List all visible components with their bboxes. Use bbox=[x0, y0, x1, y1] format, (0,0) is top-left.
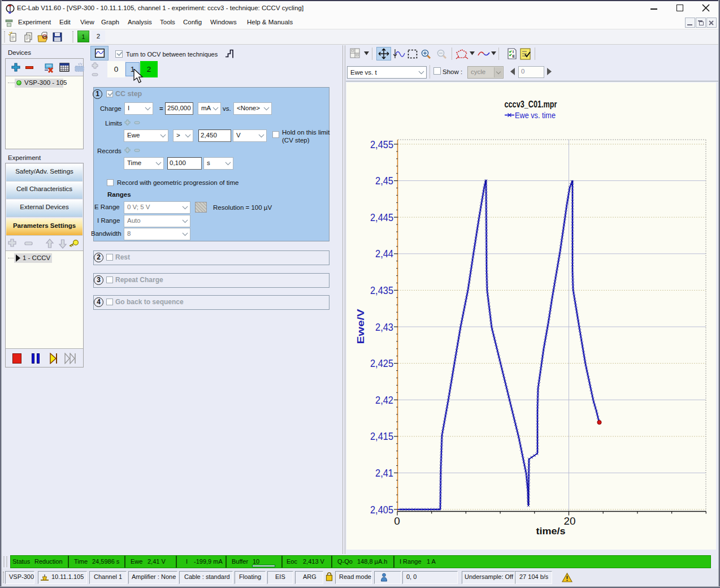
svg-text:2,435: 2,435 bbox=[370, 285, 393, 296]
svg-text:2,42: 2,42 bbox=[375, 395, 393, 406]
svg-text:2,425: 2,425 bbox=[370, 358, 393, 369]
svg-text:2,405: 2,405 bbox=[370, 504, 393, 516]
svg-text:Ewe vs. time: Ewe vs. time bbox=[515, 110, 556, 120]
svg-text:E: E bbox=[513, 54, 515, 58]
svg-text:time/s: time/s bbox=[536, 526, 566, 536]
svg-text:2,445: 2,445 bbox=[370, 212, 393, 223]
svg-text:I: I bbox=[513, 50, 514, 54]
svg-text:2,45: 2,45 bbox=[375, 175, 393, 187]
svg-text:0: 0 bbox=[394, 515, 400, 527]
svg-text:2,44: 2,44 bbox=[375, 248, 393, 260]
svg-text:20: 20 bbox=[564, 515, 576, 527]
svg-text:Ewe/V: Ewe/V bbox=[355, 309, 366, 344]
svg-text:2,41: 2,41 bbox=[375, 468, 393, 479]
svg-text:2,415: 2,415 bbox=[370, 431, 393, 442]
svg-text:2,455: 2,455 bbox=[370, 139, 393, 150]
svg-text:cccv3_C01.mpr: cccv3_C01.mpr bbox=[505, 99, 557, 109]
svg-text:2,43: 2,43 bbox=[375, 322, 393, 333]
